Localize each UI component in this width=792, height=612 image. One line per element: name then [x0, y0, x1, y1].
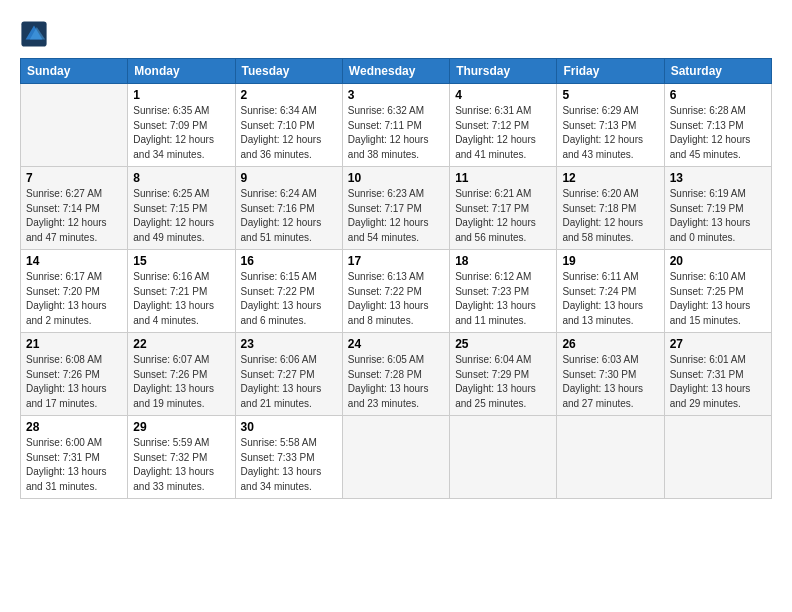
day-info: Sunrise: 6:12 AM Sunset: 7:23 PM Dayligh… [455, 270, 551, 328]
day-number: 8 [133, 171, 229, 185]
calendar-cell: 4Sunrise: 6:31 AM Sunset: 7:12 PM Daylig… [450, 84, 557, 167]
day-info: Sunrise: 6:16 AM Sunset: 7:21 PM Dayligh… [133, 270, 229, 328]
day-number: 15 [133, 254, 229, 268]
day-number: 17 [348, 254, 444, 268]
calendar-cell: 20Sunrise: 6:10 AM Sunset: 7:25 PM Dayli… [664, 250, 771, 333]
day-info: Sunrise: 6:05 AM Sunset: 7:28 PM Dayligh… [348, 353, 444, 411]
calendar-cell: 12Sunrise: 6:20 AM Sunset: 7:18 PM Dayli… [557, 167, 664, 250]
calendar-cell: 14Sunrise: 6:17 AM Sunset: 7:20 PM Dayli… [21, 250, 128, 333]
day-info: Sunrise: 6:13 AM Sunset: 7:22 PM Dayligh… [348, 270, 444, 328]
day-number: 11 [455, 171, 551, 185]
calendar-cell [664, 416, 771, 499]
page-header [20, 20, 772, 48]
calendar-cell: 27Sunrise: 6:01 AM Sunset: 7:31 PM Dayli… [664, 333, 771, 416]
calendar-header: SundayMondayTuesdayWednesdayThursdayFrid… [21, 59, 772, 84]
day-info: Sunrise: 6:24 AM Sunset: 7:16 PM Dayligh… [241, 187, 337, 245]
day-number: 30 [241, 420, 337, 434]
calendar-cell [450, 416, 557, 499]
day-number: 22 [133, 337, 229, 351]
day-number: 9 [241, 171, 337, 185]
day-number: 3 [348, 88, 444, 102]
day-info: Sunrise: 6:27 AM Sunset: 7:14 PM Dayligh… [26, 187, 122, 245]
calendar-week: 14Sunrise: 6:17 AM Sunset: 7:20 PM Dayli… [21, 250, 772, 333]
day-info: Sunrise: 6:23 AM Sunset: 7:17 PM Dayligh… [348, 187, 444, 245]
day-header-saturday: Saturday [664, 59, 771, 84]
calendar-cell [21, 84, 128, 167]
day-number: 13 [670, 171, 766, 185]
day-info: Sunrise: 6:17 AM Sunset: 7:20 PM Dayligh… [26, 270, 122, 328]
day-number: 1 [133, 88, 229, 102]
day-number: 4 [455, 88, 551, 102]
calendar-cell: 17Sunrise: 6:13 AM Sunset: 7:22 PM Dayli… [342, 250, 449, 333]
day-number: 19 [562, 254, 658, 268]
calendar-cell: 3Sunrise: 6:32 AM Sunset: 7:11 PM Daylig… [342, 84, 449, 167]
calendar-cell: 26Sunrise: 6:03 AM Sunset: 7:30 PM Dayli… [557, 333, 664, 416]
calendar-cell: 9Sunrise: 6:24 AM Sunset: 7:16 PM Daylig… [235, 167, 342, 250]
day-info: Sunrise: 5:59 AM Sunset: 7:32 PM Dayligh… [133, 436, 229, 494]
calendar-cell: 1Sunrise: 6:35 AM Sunset: 7:09 PM Daylig… [128, 84, 235, 167]
calendar-cell: 11Sunrise: 6:21 AM Sunset: 7:17 PM Dayli… [450, 167, 557, 250]
day-info: Sunrise: 6:07 AM Sunset: 7:26 PM Dayligh… [133, 353, 229, 411]
day-info: Sunrise: 6:19 AM Sunset: 7:19 PM Dayligh… [670, 187, 766, 245]
calendar-cell: 6Sunrise: 6:28 AM Sunset: 7:13 PM Daylig… [664, 84, 771, 167]
day-number: 7 [26, 171, 122, 185]
day-number: 10 [348, 171, 444, 185]
day-info: Sunrise: 6:03 AM Sunset: 7:30 PM Dayligh… [562, 353, 658, 411]
calendar-week: 28Sunrise: 6:00 AM Sunset: 7:31 PM Dayli… [21, 416, 772, 499]
day-number: 18 [455, 254, 551, 268]
day-info: Sunrise: 6:06 AM Sunset: 7:27 PM Dayligh… [241, 353, 337, 411]
day-number: 23 [241, 337, 337, 351]
day-info: Sunrise: 6:31 AM Sunset: 7:12 PM Dayligh… [455, 104, 551, 162]
day-number: 5 [562, 88, 658, 102]
day-info: Sunrise: 5:58 AM Sunset: 7:33 PM Dayligh… [241, 436, 337, 494]
calendar-cell: 10Sunrise: 6:23 AM Sunset: 7:17 PM Dayli… [342, 167, 449, 250]
calendar-table: SundayMondayTuesdayWednesdayThursdayFrid… [20, 58, 772, 499]
calendar-cell: 16Sunrise: 6:15 AM Sunset: 7:22 PM Dayli… [235, 250, 342, 333]
day-info: Sunrise: 6:08 AM Sunset: 7:26 PM Dayligh… [26, 353, 122, 411]
day-info: Sunrise: 6:04 AM Sunset: 7:29 PM Dayligh… [455, 353, 551, 411]
day-info: Sunrise: 6:21 AM Sunset: 7:17 PM Dayligh… [455, 187, 551, 245]
day-header-friday: Friday [557, 59, 664, 84]
day-header-monday: Monday [128, 59, 235, 84]
day-number: 14 [26, 254, 122, 268]
day-number: 24 [348, 337, 444, 351]
day-number: 26 [562, 337, 658, 351]
calendar-cell: 5Sunrise: 6:29 AM Sunset: 7:13 PM Daylig… [557, 84, 664, 167]
day-info: Sunrise: 6:29 AM Sunset: 7:13 PM Dayligh… [562, 104, 658, 162]
calendar-cell: 21Sunrise: 6:08 AM Sunset: 7:26 PM Dayli… [21, 333, 128, 416]
calendar-week: 1Sunrise: 6:35 AM Sunset: 7:09 PM Daylig… [21, 84, 772, 167]
calendar-cell: 2Sunrise: 6:34 AM Sunset: 7:10 PM Daylig… [235, 84, 342, 167]
day-number: 28 [26, 420, 122, 434]
day-number: 2 [241, 88, 337, 102]
calendar-cell: 13Sunrise: 6:19 AM Sunset: 7:19 PM Dayli… [664, 167, 771, 250]
calendar-cell [557, 416, 664, 499]
day-number: 12 [562, 171, 658, 185]
day-number: 21 [26, 337, 122, 351]
day-header-thursday: Thursday [450, 59, 557, 84]
day-info: Sunrise: 6:35 AM Sunset: 7:09 PM Dayligh… [133, 104, 229, 162]
logo [20, 20, 52, 48]
day-number: 27 [670, 337, 766, 351]
calendar-cell: 15Sunrise: 6:16 AM Sunset: 7:21 PM Dayli… [128, 250, 235, 333]
day-header-tuesday: Tuesday [235, 59, 342, 84]
calendar-cell: 30Sunrise: 5:58 AM Sunset: 7:33 PM Dayli… [235, 416, 342, 499]
calendar-cell: 18Sunrise: 6:12 AM Sunset: 7:23 PM Dayli… [450, 250, 557, 333]
day-number: 16 [241, 254, 337, 268]
day-header-sunday: Sunday [21, 59, 128, 84]
day-number: 20 [670, 254, 766, 268]
calendar-cell: 25Sunrise: 6:04 AM Sunset: 7:29 PM Dayli… [450, 333, 557, 416]
calendar-cell: 28Sunrise: 6:00 AM Sunset: 7:31 PM Dayli… [21, 416, 128, 499]
logo-icon [20, 20, 48, 48]
calendar-week: 21Sunrise: 6:08 AM Sunset: 7:26 PM Dayli… [21, 333, 772, 416]
day-info: Sunrise: 6:25 AM Sunset: 7:15 PM Dayligh… [133, 187, 229, 245]
calendar-cell: 23Sunrise: 6:06 AM Sunset: 7:27 PM Dayli… [235, 333, 342, 416]
calendar-week: 7Sunrise: 6:27 AM Sunset: 7:14 PM Daylig… [21, 167, 772, 250]
day-info: Sunrise: 6:32 AM Sunset: 7:11 PM Dayligh… [348, 104, 444, 162]
calendar-cell: 19Sunrise: 6:11 AM Sunset: 7:24 PM Dayli… [557, 250, 664, 333]
calendar-cell: 22Sunrise: 6:07 AM Sunset: 7:26 PM Dayli… [128, 333, 235, 416]
calendar-cell: 24Sunrise: 6:05 AM Sunset: 7:28 PM Dayli… [342, 333, 449, 416]
day-info: Sunrise: 6:20 AM Sunset: 7:18 PM Dayligh… [562, 187, 658, 245]
calendar-cell: 8Sunrise: 6:25 AM Sunset: 7:15 PM Daylig… [128, 167, 235, 250]
day-info: Sunrise: 6:11 AM Sunset: 7:24 PM Dayligh… [562, 270, 658, 328]
day-info: Sunrise: 6:34 AM Sunset: 7:10 PM Dayligh… [241, 104, 337, 162]
